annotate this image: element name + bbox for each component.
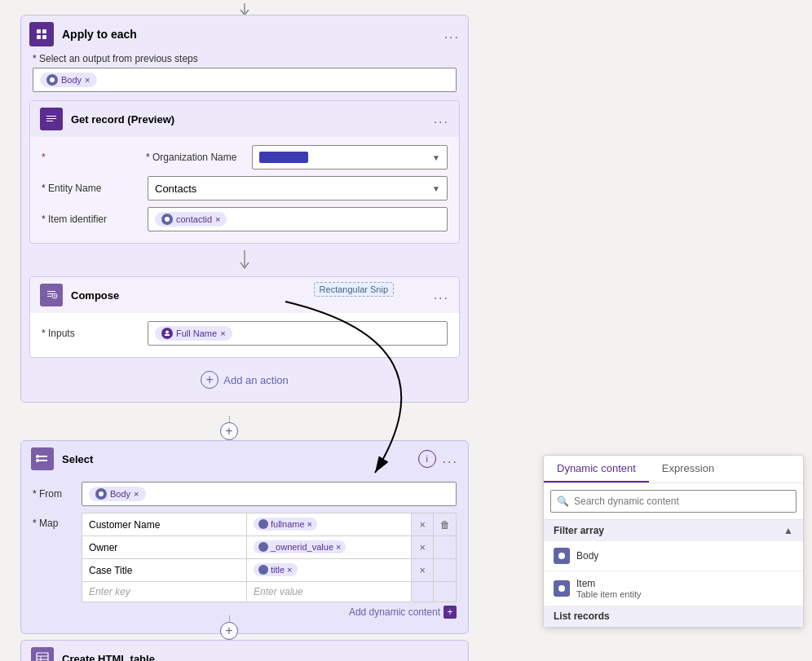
apply-icon	[29, 22, 54, 46]
svg-rect-2	[42, 29, 46, 33]
contactid-token-close[interactable]: ×	[215, 214, 220, 224]
map-key-0[interactable]: Customer Name	[82, 513, 247, 536]
inputs-label: * Inputs	[42, 328, 148, 339]
body-item-label: Body	[576, 550, 598, 562]
add-dynamic-label: Add dynamic content	[349, 606, 440, 618]
tab-dynamic-content[interactable]: Dynamic content	[544, 456, 649, 483]
contactid-token: contactid ×	[155, 212, 227, 227]
select-output-section: * Select an output from previous steps B…	[29, 53, 460, 92]
fullname-token-close[interactable]: ×	[220, 328, 225, 338]
apply-menu[interactable]: ...	[444, 27, 460, 42]
enter-key-cell[interactable]: Enter key	[82, 582, 247, 602]
map-row-0: Customer Name fullname × × 🗑	[82, 513, 457, 536]
contactid-icon	[161, 214, 173, 225]
select-header: Select i ...	[21, 441, 468, 477]
owner-map-close[interactable]: ×	[336, 542, 341, 552]
item-field[interactable]: contactid ×	[148, 207, 448, 231]
map-section: * Map Customer Name fullname ×	[33, 513, 457, 622]
plus-circle-2[interactable]: +	[220, 622, 238, 640]
map-val-2[interactable]: title ×	[246, 559, 411, 582]
entity-dropdown[interactable]: Contacts ▼	[148, 176, 448, 201]
get-record-body: * * Organization Name ▼ * Entity Name Co…	[30, 137, 459, 243]
get-record-card: Get record (Preview) ... * * Organizatio…	[29, 100, 460, 244]
get-record-header: Get record (Preview) ...	[30, 101, 459, 137]
svg-rect-3	[37, 35, 41, 39]
dynamic-search-input[interactable]	[550, 490, 797, 513]
search-wrapper: 🔍	[550, 490, 797, 513]
select-icon	[31, 447, 54, 470]
map-val-1[interactable]: _ownerid_value ×	[246, 536, 411, 559]
add-dynamic-row: Add dynamic content +	[82, 602, 457, 622]
from-label: * From	[33, 488, 82, 500]
svg-point-11	[36, 459, 39, 462]
from-body-close[interactable]: ×	[134, 489, 139, 499]
compose-card: Compose Rectangular Snip ... * Inputs Fu…	[29, 276, 460, 358]
inputs-row: * Inputs Full Name ×	[42, 321, 448, 346]
get-record-title: Get record (Preview)	[71, 113, 434, 126]
empty-row-spacer2	[434, 582, 457, 602]
map-row-1: Owner _ownerid_value × ×	[82, 536, 457, 559]
svg-point-12	[99, 491, 104, 496]
fullname-map-close[interactable]: ×	[307, 519, 312, 529]
select-output-field[interactable]: Body ×	[33, 68, 457, 92]
item-label: * Item identifier	[42, 214, 148, 225]
v-line-3	[229, 615, 230, 622]
org-value	[259, 152, 308, 163]
map-row-2-spacer	[434, 559, 457, 582]
body-token-close[interactable]: ×	[85, 75, 90, 85]
filter-array-scroll[interactable]: ▲	[783, 525, 793, 536]
select-info-icon[interactable]: i	[418, 450, 436, 468]
select-menu[interactable]: ...	[443, 452, 458, 466]
create-table-header: Create HTML table ...	[21, 641, 468, 661]
get-record-menu[interactable]: ...	[434, 112, 449, 126]
item-item-sub: Table item entity	[576, 589, 641, 599]
from-body-token: Body ×	[89, 487, 146, 501]
map-row-0-trash[interactable]: 🗑	[434, 513, 457, 536]
enter-value-cell[interactable]: Enter value	[246, 582, 411, 602]
list-records-section: List records	[544, 606, 803, 627]
org-chevron: ▼	[432, 153, 440, 162]
fullname-map-icon	[258, 519, 268, 529]
body-item-icon	[554, 548, 570, 564]
svg-point-17	[558, 553, 565, 559]
panel-item-item[interactable]: Item Table item entity	[544, 571, 803, 606]
add-action-btn[interactable]: + Add an action	[29, 364, 460, 395]
select-body: * From Body × * Map	[21, 477, 468, 633]
create-table-card: Create HTML table ...	[20, 640, 469, 661]
inputs-field[interactable]: Full Name ×	[148, 321, 448, 346]
map-label: * Map	[33, 513, 82, 529]
create-table-menu[interactable]: ...	[443, 651, 458, 661]
fullname-map-token: fullname ×	[254, 518, 317, 531]
svg-point-10	[36, 455, 39, 458]
panel-tabs: Dynamic content Expression	[544, 456, 803, 483]
entity-chevron: ▼	[432, 184, 440, 193]
compose-menu[interactable]: ...	[434, 288, 449, 302]
map-table: Customer Name fullname × × 🗑	[82, 513, 457, 602]
create-table-title: Create HTML table	[62, 653, 443, 662]
tab-expression[interactable]: Expression	[649, 456, 727, 483]
from-field[interactable]: Body ×	[82, 482, 457, 506]
map-row-2: Case Title title × ×	[82, 559, 457, 582]
entity-name-row: * Entity Name Contacts ▼	[42, 176, 448, 201]
compose-body: * Inputs Full Name ×	[30, 313, 459, 357]
map-val-0[interactable]: fullname ×	[246, 513, 411, 536]
panel-item-body[interactable]: Body	[544, 541, 803, 571]
create-table-icon	[31, 647, 54, 661]
svg-rect-4	[42, 35, 46, 39]
map-row-1-delete[interactable]: ×	[411, 536, 434, 559]
add-action-icon: +	[201, 371, 218, 389]
map-row-2-delete[interactable]: ×	[411, 559, 434, 582]
add-action-label: Add an action	[223, 374, 289, 386]
plus-circle-1[interactable]: +	[220, 422, 238, 440]
map-key-1[interactable]: Owner	[82, 536, 247, 559]
org-name-row: * * Organization Name ▼	[42, 145, 448, 170]
map-key-2[interactable]: Case Title	[82, 559, 247, 582]
body-token: Body ×	[40, 73, 97, 87]
map-row-0-delete[interactable]: ×	[411, 513, 434, 536]
fullname-token: Full Name ×	[155, 326, 232, 341]
add-dynamic-btn[interactable]: Add dynamic content +	[349, 606, 457, 619]
org-dropdown[interactable]: ▼	[252, 145, 448, 170]
from-row: * From Body ×	[33, 482, 457, 506]
empty-row-spacer1	[411, 582, 434, 602]
title-map-close[interactable]: ×	[287, 565, 292, 575]
